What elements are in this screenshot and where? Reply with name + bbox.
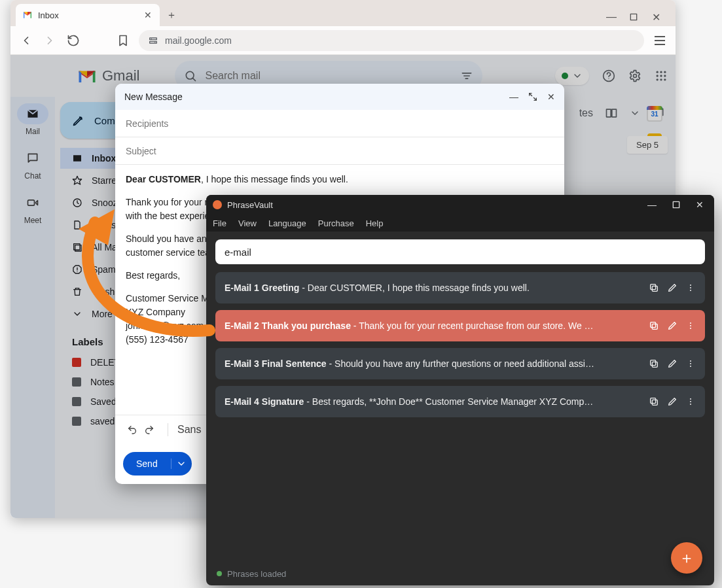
minimize-compose-button[interactable]: — <box>509 92 518 102</box>
url-text: mail.google.com <box>165 35 232 46</box>
pv-menu-language[interactable]: Language <box>268 218 306 228</box>
more-icon[interactable] <box>685 396 696 407</box>
svg-rect-46 <box>652 362 657 367</box>
pv-menu-purchase[interactable]: Purchase <box>318 218 354 228</box>
maximize-button[interactable] <box>628 12 639 22</box>
address-bar[interactable]: mail.google.com <box>139 30 644 51</box>
pv-search <box>215 239 705 264</box>
pv-statusbar: Phrases loaded <box>206 562 714 585</box>
edit-icon[interactable] <box>667 320 677 331</box>
svg-point-53 <box>690 398 691 400</box>
svg-point-44 <box>690 325 691 326</box>
gmail-favicon-icon <box>22 10 33 20</box>
pv-title-text: PhraseVault <box>227 200 273 210</box>
browser-window-controls: — ✕ <box>606 12 670 26</box>
browser-menu-button[interactable] <box>652 36 668 45</box>
pv-item[interactable]: E-Mail 1 Greeting - Dear CUSTOMER, I hop… <box>215 272 705 303</box>
minimize-button[interactable]: — <box>606 12 617 22</box>
subject-field[interactable]: Subject <box>115 137 564 165</box>
send-button[interactable]: Send <box>123 452 192 476</box>
font-selector[interactable]: Sans <box>177 424 201 436</box>
back-button[interactable] <box>18 33 34 48</box>
sig-line: XYZ Company <box>126 307 185 317</box>
edit-icon[interactable] <box>667 358 677 369</box>
pv-close-button[interactable]: ✕ <box>696 199 704 210</box>
pv-titlebar: PhraseVault — ✕ <box>206 195 714 215</box>
svg-rect-47 <box>651 360 656 366</box>
browser-toolbar: mail.google.com <box>10 26 676 55</box>
pv-search-input[interactable] <box>215 239 705 264</box>
forward-button[interactable] <box>42 33 58 48</box>
copy-icon[interactable] <box>649 396 659 407</box>
svg-point-48 <box>690 360 691 362</box>
copy-icon[interactable] <box>649 320 659 331</box>
compose-title: New Message <box>124 92 183 102</box>
reload-button[interactable] <box>65 33 81 48</box>
pv-menu-file[interactable]: File <box>213 218 226 228</box>
bookmark-button[interactable] <box>115 33 131 48</box>
pv-item[interactable]: E-Mail 2 Thank you purchase - Thank you … <box>215 310 705 341</box>
more-icon[interactable] <box>685 358 696 369</box>
svg-rect-41 <box>652 324 657 329</box>
sig-line: (555) 123-4567 <box>126 334 189 345</box>
svg-rect-2 <box>150 41 157 43</box>
pv-status-dot-icon <box>217 571 222 576</box>
svg-point-50 <box>690 366 691 367</box>
svg-point-49 <box>690 363 691 364</box>
more-icon[interactable] <box>685 283 696 293</box>
edit-icon[interactable] <box>667 283 677 293</box>
redo-icon[interactable] <box>144 424 154 435</box>
send-label: Send <box>123 458 171 469</box>
recipients-label: Recipients <box>126 118 168 129</box>
browser-tab[interactable]: Inbox ✕ <box>16 4 160 26</box>
compose-header: New Message — ✕ <box>115 84 564 110</box>
svg-rect-36 <box>652 286 657 291</box>
pv-menu-help[interactable]: Help <box>366 218 384 228</box>
tab-bar: Inbox ✕ ＋ — ✕ <box>10 0 676 26</box>
sig-line: john.doe@xyz.com <box>126 320 204 331</box>
svg-point-43 <box>690 322 691 324</box>
svg-point-4 <box>154 42 155 43</box>
svg-point-40 <box>690 290 691 291</box>
subject-label: Subject <box>126 146 156 156</box>
svg-point-54 <box>690 401 691 402</box>
pv-menu-view[interactable]: View <box>238 218 257 228</box>
svg-rect-35 <box>673 201 679 207</box>
svg-rect-1 <box>150 38 157 40</box>
copy-icon[interactable] <box>649 283 659 293</box>
pv-maximize-button[interactable] <box>671 199 681 210</box>
close-window-button[interactable]: ✕ <box>651 12 661 22</box>
recipients-field[interactable]: Recipients <box>115 110 564 137</box>
more-icon[interactable] <box>685 320 696 331</box>
close-tab-button[interactable]: ✕ <box>143 10 153 20</box>
undo-icon[interactable] <box>127 424 137 435</box>
pv-list: E-Mail 1 Greeting - Dear CUSTOMER, I hop… <box>206 272 714 417</box>
expand-compose-button[interactable] <box>528 92 538 102</box>
site-settings-icon <box>148 35 158 46</box>
edit-icon[interactable] <box>667 396 677 407</box>
pv-minimize-button[interactable]: — <box>647 199 657 210</box>
svg-point-55 <box>690 404 691 405</box>
svg-point-3 <box>151 38 152 39</box>
tab-title: Inbox <box>38 10 59 20</box>
svg-point-45 <box>690 328 691 329</box>
body-greeting-tail: , I hope this message finds you well. <box>201 174 348 184</box>
svg-rect-51 <box>652 400 657 405</box>
body-greeting-bold: Dear CUSTOMER <box>126 174 201 184</box>
phrasevault-window: PhraseVault — ✕ File View Language Purch… <box>206 195 714 585</box>
new-tab-button[interactable]: ＋ <box>162 6 181 24</box>
svg-point-38 <box>690 285 691 286</box>
svg-point-39 <box>690 287 691 288</box>
copy-icon[interactable] <box>649 358 659 369</box>
pv-menubar: File View Language Purchase Help <box>206 215 714 232</box>
pv-status-text: Phrases loaded <box>227 569 286 579</box>
send-options-button[interactable] <box>171 458 192 469</box>
svg-rect-0 <box>630 14 636 20</box>
svg-rect-52 <box>651 398 656 404</box>
pv-item[interactable]: E-Mail 3 Final Sentence - Should you hav… <box>215 348 705 379</box>
pv-app-icon <box>213 200 222 209</box>
pv-item[interactable]: E-Mail 4 Signature - Best regards, **Joh… <box>215 386 705 417</box>
svg-rect-42 <box>651 322 656 328</box>
close-compose-button[interactable]: ✕ <box>547 92 555 102</box>
pv-add-button[interactable]: ＋ <box>671 542 702 574</box>
